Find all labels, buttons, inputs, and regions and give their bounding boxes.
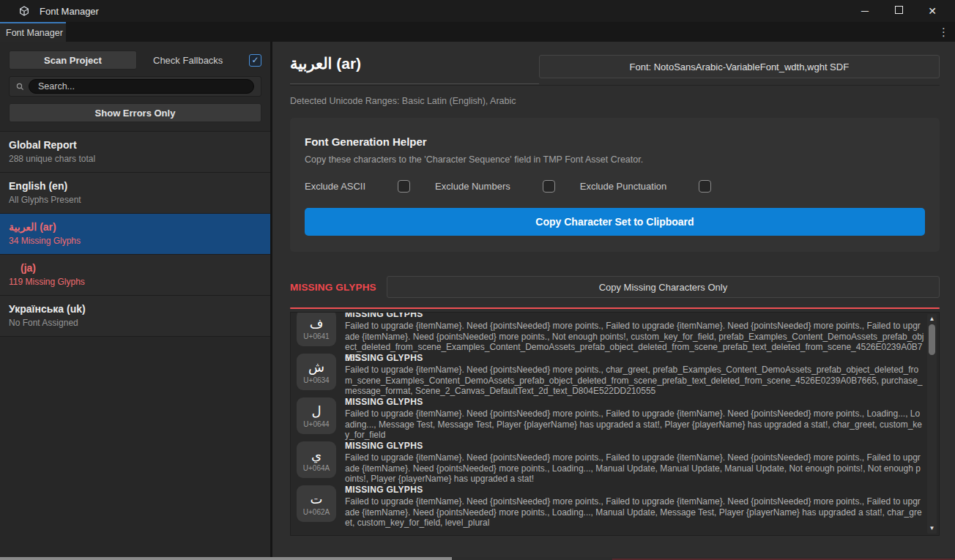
glyph-character: ل [311,404,321,419]
scroll-down-icon[interactable]: ▼ [927,524,937,533]
glyph-entry-heading: MISSING GLYPHS [345,397,924,408]
search-input[interactable] [38,81,245,92]
glyph-character: ي [311,448,322,463]
glyph-codepoint: U+062A [303,508,330,516]
glyph-entry-text: MISSING GLYPHS Failed to upgrade {itemNa… [345,438,924,482]
missing-glyphs-list[interactable]: ف U+0641 MISSING GLYPHS Failed to upgrad… [290,312,940,536]
item-subtitle: 34 Missing Glyphs [9,236,261,246]
glyph-entry: ت U+062A MISSING GLYPHS Failed to upgrad… [297,482,924,526]
main-panel: العربية (ar) Font: NotoSansArabic-Variab… [272,42,955,557]
glyph-entry-text: MISSING GLYPHS Failed to upgrade {itemNa… [345,482,924,526]
item-title: (ja) [9,262,261,274]
font-generation-helper-panel: Font Generation Helper Copy these charac… [290,118,940,252]
search-box [9,76,261,97]
scroll-up-icon[interactable]: ▲ [927,315,937,324]
glyph-entry: ف U+0641 MISSING GLYPHS Failed to upgrad… [297,312,924,350]
missing-glyphs-header-row: MISSING GLYPHS Copy Missing Characters O… [290,276,940,298]
exclude-punctuation-group: Exclude Punctuation [580,180,712,193]
sidebar-item-global-report[interactable]: Global Report 288 unique chars total [0,132,270,173]
item-title: English (en) [9,180,261,192]
font-asset-button[interactable]: Font: NotoSansArabic-VariableFont_wdth,w… [539,55,940,78]
glyph-entry-usages: Failed to upgrade {itemName}. Need {poin… [345,365,924,397]
glyph-entry-text: MISSING GLYPHS Failed to upgrade {itemNa… [345,394,924,438]
glyph-entry-heading: MISSING GLYPHS [345,353,924,364]
sidebar-item-english[interactable]: English (en) All Glyphs Present [0,173,270,214]
copy-missing-characters-button[interactable]: Copy Missing Characters Only [387,276,940,298]
sidebar-item-arabic[interactable]: العربية (ar) 34 Missing Glyphs [0,214,270,255]
exclude-options-row: Exclude ASCII Exclude Numbers Exclude Pu… [305,180,925,193]
glyph-character: ش [308,360,324,375]
show-errors-only-button[interactable]: Show Errors Only [9,103,261,122]
glyph-box: ي U+064A [297,441,336,478]
search-icon [16,83,24,91]
glyph-codepoint: U+0644 [303,420,329,428]
glyph-codepoint: U+064A [303,464,330,472]
item-title: العربية (ar) [9,221,261,233]
detected-unicode-ranges: Detected Unicode Ranges: Basic Latin (En… [290,96,940,106]
sidebar-controls: Scan Project Check Fallbacks ✓ Show Erro… [0,42,270,122]
item-subtitle: 119 Missing Glyphs [9,277,261,287]
missing-glyphs-label: MISSING GLYPHS [290,282,376,293]
glyph-box: ف U+0641 [297,312,336,346]
search-pill [29,79,254,94]
item-subtitle: No Font Assigned [9,318,261,328]
glyph-entry: ل U+0644 MISSING GLYPHS Failed to upgrad… [297,394,924,438]
glyph-codepoint: U+0634 [303,376,329,384]
helper-subtitle: Copy these characters to the 'Character … [305,154,925,165]
glyph-entry-heading: MISSING GLYPHS [345,441,924,452]
window-controls: ─ ✕ [858,5,948,17]
minimize-button[interactable]: ─ [858,5,872,17]
sidebar-item-ukrainian[interactable]: Українська (uk) No Font Assigned [0,296,270,337]
copy-character-set-button[interactable]: Copy Character Set to Clipboard [305,208,925,236]
glyph-entry-usages: Failed to upgrade {itemName}. Need {poin… [345,496,924,529]
helper-title: Font Generation Helper [305,135,925,148]
glyph-entry: ش U+0634 MISSING GLYPHS Failed to upgrad… [297,350,924,394]
sidebar-item-japanese[interactable]: (ja) 119 Missing Glyphs [0,255,270,296]
exclude-numbers-checkbox[interactable] [543,180,555,193]
glyph-entries: ف U+0641 MISSING GLYPHS Failed to upgrad… [297,312,924,526]
window-title: Font Manager [40,6,99,17]
check-fallbacks-checkbox[interactable]: ✓ [249,54,261,67]
main-header: العربية (ar) Font: NotoSansArabic-Variab… [290,55,940,84]
exclude-ascii-group: Exclude ASCII [305,180,410,193]
item-subtitle: 288 unique chars total [9,154,261,164]
scrollbar-thumb[interactable] [929,324,935,355]
glyph-entry-text: MISSING GLYPHS Failed to upgrade {itemNa… [345,350,924,394]
glyph-entry-heading: MISSING GLYPHS [345,485,924,496]
kebab-menu-icon[interactable]: ⋮ [938,22,955,42]
item-title: Global Report [9,139,261,151]
exclude-punctuation-checkbox[interactable] [699,180,711,193]
glyph-box: ت U+062A [297,485,336,522]
glyph-entry-usages: Failed to upgrade {itemName}. Need {poin… [345,408,924,441]
language-list: Global Report 288 unique chars total Eng… [0,131,270,337]
tab-font-manager[interactable]: Font Manager [0,22,66,42]
content-area: Scan Project Check Fallbacks ✓ Show Erro… [0,42,955,557]
exclude-numbers-label: Exclude Numbers [435,181,510,192]
missing-glyphs-underline [290,307,940,309]
exclude-punctuation-label: Exclude Punctuation [580,181,667,192]
horizontal-scrollbar-thumb[interactable] [0,557,452,560]
glyph-box: ش U+0634 [297,354,336,390]
glyph-character: ت [311,492,323,507]
scan-project-button[interactable]: Scan Project [9,51,137,70]
glyph-box: ل U+0644 [297,397,336,434]
close-button[interactable]: ✕ [926,5,939,17]
vertical-scrollbar[interactable]: ▲ ▼ [927,314,937,534]
item-subtitle: All Glyphs Present [9,195,261,205]
exclude-ascii-checkbox[interactable] [398,180,410,193]
page-title: العربية (ar) [290,55,539,84]
glyph-entry-usages: Failed to upgrade {itemName}. Need {poin… [345,452,924,485]
exclude-ascii-label: Exclude ASCII [305,181,365,192]
glyph-entry-text: MISSING GLYPHS Failed to upgrade {itemNa… [345,312,924,350]
item-title: Українська (uk) [9,303,261,315]
glyph-entry-heading: MISSING GLYPHS [345,312,924,320]
unity-cube-icon [18,4,31,18]
maximize-button[interactable] [892,6,905,16]
exclude-numbers-group: Exclude Numbers [435,180,555,193]
header-divider [290,85,940,86]
horizontal-scrollbar[interactable] [0,557,955,560]
tab-bar: Font Manager ⋮ [0,22,955,42]
glyph-entry: ي U+064A MISSING GLYPHS Failed to upgrad… [297,438,924,482]
glyph-codepoint: U+0641 [303,332,329,340]
sidebar: Scan Project Check Fallbacks ✓ Show Erro… [0,42,272,557]
